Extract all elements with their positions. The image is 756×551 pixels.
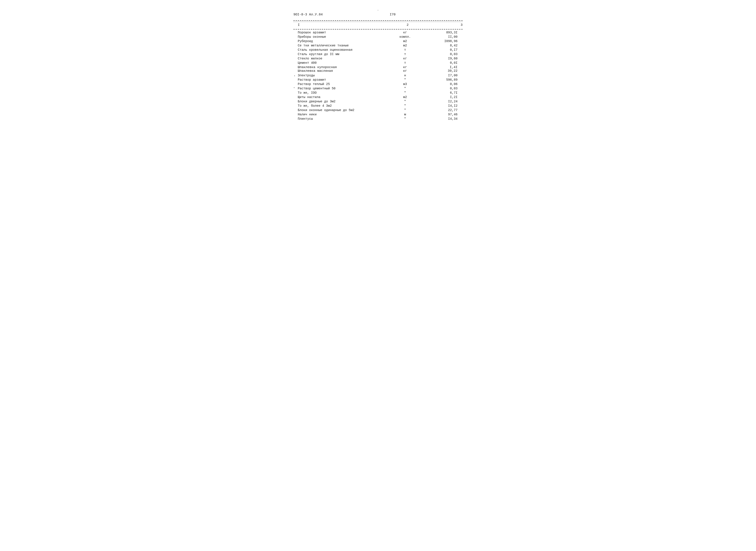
table-row: То же, IOO"6,7I bbox=[293, 91, 463, 95]
table-cell-value: 8,42 bbox=[424, 44, 458, 47]
table-cell-name: Щиты настила bbox=[293, 95, 387, 99]
table-row: Порошок арзамиткг893,3I bbox=[293, 30, 463, 35]
table-cell-unit: " bbox=[387, 78, 424, 81]
table-cell-name: Раствор теплый 25 bbox=[293, 82, 387, 86]
table-cell-unit: " bbox=[387, 91, 424, 94]
col2-header: 2 bbox=[389, 23, 427, 27]
table-cell-unit: " bbox=[387, 108, 424, 112]
table-row: Рубероидм2I098,96 bbox=[293, 39, 463, 43]
table-cell-unit: кг bbox=[387, 31, 424, 34]
table-cell-value: 893,3I bbox=[424, 31, 458, 34]
top-separator bbox=[293, 20, 463, 22]
header-center: I70 bbox=[390, 13, 396, 16]
table-cell-value: 0,I7 bbox=[424, 48, 458, 52]
table-cell-value: 596,89 bbox=[424, 78, 458, 81]
table-cell-value: I7,00 bbox=[424, 74, 458, 77]
table-row: ⁿРаствор цементный 50"0,03 bbox=[293, 86, 463, 91]
table-cell-value: 0,0I bbox=[424, 61, 458, 65]
table-cell-name: Стекло жилкое bbox=[293, 57, 387, 60]
table-cell-value: I,4I39,22 bbox=[424, 65, 458, 73]
row-marker: · bbox=[293, 74, 296, 78]
table-cell-value: I2,24 bbox=[424, 100, 458, 103]
table-cell-unit: " bbox=[387, 87, 424, 90]
page-wrapper: · 9OI-8-3 Ал.У.84 I70 I 2 3 Порошок арза… bbox=[293, 9, 463, 121]
table-cell-unit: м2 bbox=[387, 44, 424, 47]
document-header: 9OI-8-3 Ал.У.84 I70 bbox=[293, 13, 463, 16]
table-cell-unit: м2 bbox=[387, 95, 424, 99]
table-row: ·ЭлектродынI7,00 bbox=[293, 73, 463, 78]
header-left: 9OI-8-3 Ал.У.84 bbox=[293, 13, 323, 16]
table-cell-unit: кг bbox=[387, 57, 424, 60]
col2-label: 2 bbox=[407, 23, 409, 27]
table-cell-unit: т bbox=[387, 48, 424, 52]
table-cell-name: Приборы оконные bbox=[293, 35, 387, 39]
table-body: Порошок арзамиткг893,3IПриборы оконныеко… bbox=[293, 30, 463, 121]
table-cell-value: I098,96 bbox=[424, 39, 458, 43]
table-cell-unit: кгкг bbox=[387, 65, 424, 73]
table-cell-value: 6,7I bbox=[424, 91, 458, 94]
table-row: Сталь круглая до IС ммт0,03 bbox=[293, 52, 463, 56]
table-cell-unit: т bbox=[387, 52, 424, 56]
col1-label: I bbox=[298, 23, 300, 27]
table-cell-name: Сталь круглая до IС мм bbox=[293, 52, 387, 56]
dot-decoration: · bbox=[293, 9, 463, 12]
table-cell-name: Сталь кровельная оцинкованная bbox=[293, 48, 387, 52]
table-cell-name: То же, IOO bbox=[293, 91, 387, 94]
table-row: Плинтусы"I4,34 bbox=[293, 117, 463, 121]
table-cell-unit: н bbox=[387, 74, 424, 77]
table-cell-unit: " bbox=[387, 104, 424, 107]
table-cell-name: Блоки оконные одинарные до 5м2 bbox=[293, 108, 387, 112]
col1-header: I bbox=[293, 23, 387, 27]
table-cell-name: Цемент 400 bbox=[293, 61, 387, 65]
column-headers: I 2 3 bbox=[293, 23, 463, 28]
table-row: Блоки дверные до 3м2"I2,24 bbox=[293, 99, 463, 104]
table-row: Раствор арзамит"596,89 bbox=[293, 78, 463, 82]
table-cell-name: Налич ники bbox=[293, 113, 387, 116]
table-cell-value: I9,60 bbox=[424, 57, 458, 60]
table-cell-unit: м bbox=[387, 113, 424, 116]
table-row: Цемент 400т0,0I bbox=[293, 61, 463, 65]
table-row: Сталь кровельная оцинкованнаят0,I7 bbox=[293, 48, 463, 52]
table-cell-name: Раствор арзамит bbox=[293, 78, 387, 81]
col3-label: 3 bbox=[461, 23, 463, 27]
table-cell-value: 22,77 bbox=[424, 108, 458, 112]
table-cell-value: II,00 bbox=[424, 35, 458, 39]
table-cell-name: Электроды bbox=[293, 74, 387, 77]
table-cell-value: 0,06 bbox=[424, 82, 458, 86]
table-row: Стекло жилкоекгI9,60 bbox=[293, 56, 463, 61]
table-cell-unit: " bbox=[387, 100, 424, 103]
table-cell-name: Плинтусы bbox=[293, 117, 387, 120]
table-cell-unit: компл. bbox=[387, 35, 424, 39]
table-row-multiline: Шпаклевка купороснаяШпаклевка маслянаякг… bbox=[293, 65, 463, 73]
table-cell-name: Раствор цементный 50 bbox=[293, 87, 387, 90]
table-cell-value: I4,34 bbox=[424, 117, 458, 120]
table-cell-unit: м2 bbox=[387, 39, 424, 43]
table-cell-value: 0,03 bbox=[424, 87, 458, 90]
table-cell-name: Се тки металлические тканые bbox=[293, 44, 387, 47]
table-cell-name: Рубероид bbox=[293, 39, 387, 43]
col3-header: 3 bbox=[429, 23, 463, 27]
row-marker2: ⁿ bbox=[293, 87, 295, 89]
table-row: Щиты настилам2I,2I bbox=[293, 95, 463, 99]
col-separator bbox=[293, 29, 463, 29]
table-row: Се тки металлические тканыем28,42 bbox=[293, 43, 463, 48]
table-row: Налич никим97,46 bbox=[293, 112, 463, 117]
table-row: Раствор теплый 25м30,06 bbox=[293, 82, 463, 86]
table-cell-unit: т bbox=[387, 61, 424, 65]
table-cell-name: Порошок арзамит bbox=[293, 31, 387, 34]
table-cell-unit: " bbox=[387, 117, 424, 120]
table-cell-value: I,2I bbox=[424, 95, 458, 99]
table-cell-name: Блоки дверные до 3м2 bbox=[293, 100, 387, 103]
table-cell-value: 97,46 bbox=[424, 113, 458, 116]
table-cell-value: I4,I2 bbox=[424, 104, 458, 107]
table-cell-unit: м3 bbox=[387, 82, 424, 86]
table-row: Приборы оконныекомпл.II,00 bbox=[293, 35, 463, 39]
table-row: Блоки оконные одинарные до 5м2"22,77 bbox=[293, 108, 463, 112]
table-cell-name: Шпаклевка купороснаяШпаклевка масляная bbox=[293, 65, 387, 73]
table-cell-value: 0,03 bbox=[424, 52, 458, 56]
table-row: То же, более 4 3м2"I4,I2 bbox=[293, 104, 463, 108]
table-cell-name: То же, более 4 3м2 bbox=[293, 104, 387, 107]
